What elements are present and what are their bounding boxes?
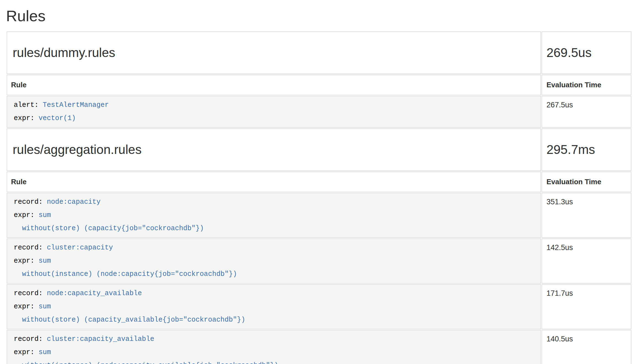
rule-kind-label: record: (14, 244, 43, 252)
rule-code: record: node:capacity expr: sum without(… (14, 195, 534, 235)
rule-definition-cell: alert: TestAlertManager expr: vector(1) (7, 96, 541, 128)
rule-kind-label: record: (14, 289, 43, 297)
rule-definition-cell: record: node:capacity expr: sum without(… (7, 193, 541, 238)
rule-row: record: node:capacity_available expr: su… (7, 284, 631, 329)
column-header-row: Rule Evaluation Time (7, 172, 631, 192)
rule-row: record: node:capacity expr: sum without(… (7, 193, 631, 238)
evaluation-time-value: 267.5us (542, 96, 631, 128)
page-title: Rules (6, 7, 632, 25)
rule-code: alert: TestAlertManager expr: vector(1) (14, 99, 534, 125)
group-total-evaluation-time: 295.7ms (547, 143, 625, 157)
evaluation-time-value: 351.3us (542, 193, 631, 238)
expr-label: expr: (14, 348, 34, 356)
evaluation-time-column-header: Evaluation Time (542, 75, 631, 95)
column-header-row: Rule Evaluation Time (7, 75, 631, 95)
rule-definition-cell: record: cluster:capacity expr: sum witho… (7, 238, 541, 284)
rule-row: record: cluster:capacity expr: sum witho… (7, 238, 631, 284)
group-file-name: rules/dummy.rules (13, 46, 535, 60)
rules-table: rules/dummy.rules 269.5us Rule Evaluatio… (6, 31, 632, 364)
rule-column-header: Rule (7, 172, 541, 192)
evaluation-time-column-header: Evaluation Time (542, 172, 631, 192)
rule-expr-link[interactable]: vector(1) (39, 114, 76, 122)
expr-label: expr: (14, 211, 34, 219)
group-file-cell: rules/dummy.rules (7, 31, 541, 74)
rule-name-link[interactable]: node:capacity_available (47, 289, 142, 297)
rule-name-link[interactable]: cluster:capacity_available (47, 335, 154, 343)
rules-page: Rules rules/dummy.rules 269.5us Rule Eva… (0, 0, 638, 364)
rule-kind-label: record: (14, 198, 43, 206)
rule-expr-link[interactable]: sum without(store) (capacity_available{j… (14, 303, 245, 324)
rule-name-link[interactable]: cluster:capacity (47, 244, 113, 252)
rule-code: record: cluster:capacity expr: sum witho… (14, 241, 534, 281)
rule-name-link[interactable]: TestAlertManager (43, 101, 109, 109)
rule-expr-link[interactable]: sum without(store) (capacity{job="cockro… (14, 211, 204, 232)
group-header-row: rules/dummy.rules 269.5us (7, 31, 631, 74)
rule-code: record: node:capacity_available expr: su… (14, 287, 534, 327)
group-total-evaluation-time: 269.5us (547, 46, 625, 60)
group-header-row: rules/aggregation.rules 295.7ms (7, 128, 631, 171)
rule-column-header: Rule (7, 75, 541, 95)
expr-label: expr: (14, 114, 34, 122)
group-file-cell: rules/aggregation.rules (7, 128, 541, 171)
evaluation-time-value: 140.5us (542, 330, 631, 364)
expr-label: expr: (14, 257, 34, 265)
rule-expr-link[interactable]: sum without(instance) (node:capacity_ava… (14, 348, 278, 364)
evaluation-time-value: 142.5us (542, 238, 631, 284)
rule-expr-link[interactable]: sum without(instance) (node:capacity{job… (14, 257, 237, 278)
group-file-name: rules/aggregation.rules (13, 143, 535, 157)
rule-row: alert: TestAlertManager expr: vector(1) … (7, 96, 631, 128)
rule-kind-label: record: (14, 335, 43, 343)
group-total-time-cell: 295.7ms (542, 128, 631, 171)
group-total-time-cell: 269.5us (542, 31, 631, 74)
evaluation-time-value: 171.7us (542, 284, 631, 329)
rule-name-link[interactable]: node:capacity (47, 198, 101, 206)
expr-label: expr: (14, 303, 34, 311)
rule-code: record: cluster:capacity_available expr:… (14, 333, 534, 364)
rule-row: record: cluster:capacity_available expr:… (7, 330, 631, 364)
rule-definition-cell: record: cluster:capacity_available expr:… (7, 330, 541, 364)
rule-definition-cell: record: node:capacity_available expr: su… (7, 284, 541, 329)
rule-kind-label: alert: (14, 101, 39, 109)
